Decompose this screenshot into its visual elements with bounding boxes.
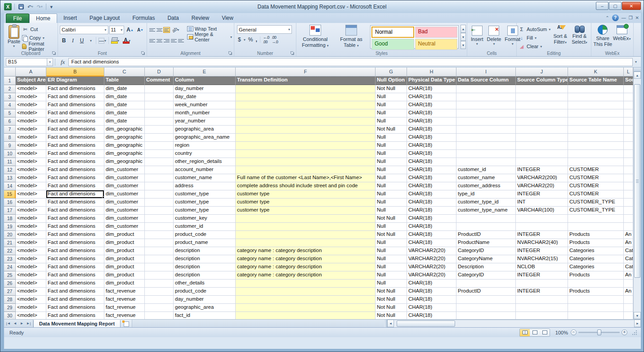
- cell[interactable]: category name : category description: [236, 247, 376, 255]
- row-header-4[interactable]: 4: [4, 101, 16, 109]
- column-header-J[interactable]: J: [516, 68, 568, 77]
- cell[interactable]: Null: [376, 255, 407, 263]
- cell[interactable]: INTEGER: [516, 231, 568, 239]
- formula-bar-expand-icon[interactable]: ▾: [633, 60, 639, 64]
- cell[interactable]: Fact and dimensions: [46, 182, 104, 190]
- cell[interactable]: dim_customer: [104, 215, 145, 223]
- share-this-file-button[interactable]: Share This File: [593, 24, 613, 50]
- cell[interactable]: dim_product: [104, 239, 145, 247]
- cell[interactable]: CHAR(18): [407, 304, 456, 312]
- cell[interactable]: Data Source Column: [456, 77, 516, 85]
- cell[interactable]: Not Null: [376, 288, 407, 296]
- increase-decimal-button[interactable]: ←.0.00: [263, 35, 269, 44]
- cell[interactable]: [145, 247, 174, 255]
- cell[interactable]: CUSTOMER: [568, 166, 624, 174]
- cell[interactable]: [236, 117, 376, 126]
- cell[interactable]: CHAR(18): [407, 199, 456, 207]
- underline-button[interactable]: U: [78, 36, 86, 45]
- tab-file[interactable]: File: [6, 14, 29, 23]
- cell[interactable]: An: [624, 288, 633, 296]
- cell[interactable]: [456, 304, 516, 312]
- cell[interactable]: CUSTOMER: [568, 182, 624, 190]
- cell[interactable]: [145, 182, 174, 190]
- cell[interactable]: [516, 85, 568, 93]
- cell[interactable]: Fact and dimensions: [46, 150, 104, 158]
- row-header-11[interactable]: 11: [4, 158, 16, 166]
- cell[interactable]: customer type: [236, 207, 376, 215]
- format-as-table-button[interactable]: Format as Table ▾: [334, 24, 368, 50]
- cell[interactable]: Fact and dimensions: [46, 199, 104, 207]
- cell[interactable]: ProductID: [456, 288, 516, 296]
- dialog-launcher-icon[interactable]: [291, 51, 295, 55]
- scrollbar-track[interactable]: [634, 79, 641, 312]
- cell[interactable]: [624, 312, 633, 319]
- cell[interactable]: [624, 199, 633, 207]
- cell[interactable]: description: [174, 263, 236, 271]
- cell[interactable]: CHAR(18): [407, 93, 456, 101]
- cell[interactable]: <model>: [16, 239, 46, 247]
- cell[interactable]: CHAR(18): [407, 223, 456, 231]
- minimize-button[interactable]: –: [596, 2, 608, 10]
- cell[interactable]: Fact and dimensions: [46, 312, 104, 319]
- cell[interactable]: VARCHAR(100): [516, 207, 568, 215]
- cell[interactable]: Fact and dimensions: [46, 223, 104, 231]
- cell[interactable]: Full name of the customer <Last Name>,<F…: [236, 174, 376, 182]
- cell[interactable]: CHAR(18): [407, 142, 456, 150]
- cell[interactable]: Null: [376, 247, 407, 255]
- cell[interactable]: Null: [376, 182, 407, 190]
- cell[interactable]: Fact and dimensions: [46, 85, 104, 93]
- cell[interactable]: CHAR(18): [407, 109, 456, 117]
- cell[interactable]: Null Option: [376, 77, 407, 85]
- cell[interactable]: customer_id: [174, 223, 236, 231]
- cell[interactable]: [456, 215, 516, 223]
- close-button[interactable]: ✕: [622, 2, 641, 10]
- row-header-17[interactable]: 17: [4, 207, 16, 215]
- align-middle-button[interactable]: [156, 27, 163, 33]
- align-bottom-button[interactable]: [163, 27, 170, 33]
- cell[interactable]: Fact and dimensions: [46, 215, 104, 223]
- row-header-23[interactable]: 23: [4, 255, 16, 263]
- workbook-close-icon[interactable]: ✕: [635, 15, 639, 20]
- cell[interactable]: CUSTOMER: [568, 190, 624, 199]
- cell[interactable]: Not Null: [376, 126, 407, 134]
- cell[interactable]: [145, 223, 174, 231]
- cell[interactable]: [624, 215, 633, 223]
- cell[interactable]: [145, 271, 174, 280]
- cell[interactable]: [145, 101, 174, 109]
- row-header-21[interactable]: 21: [4, 239, 16, 247]
- row-header-15[interactable]: 15: [4, 190, 16, 199]
- cell[interactable]: [236, 288, 376, 296]
- cell[interactable]: CHAR(18): [407, 239, 456, 247]
- cell[interactable]: ER Diagram: [46, 77, 104, 85]
- cell[interactable]: Description: [456, 263, 516, 271]
- cell[interactable]: [568, 134, 624, 142]
- cell[interactable]: customer_type: [174, 190, 236, 199]
- grow-font-button[interactable]: A▲: [125, 26, 135, 34]
- cell[interactable]: dim_product: [104, 271, 145, 280]
- cell[interactable]: [145, 280, 174, 288]
- borders-button[interactable]: ▾: [97, 36, 107, 45]
- column-header-L[interactable]: L: [624, 68, 633, 77]
- cell[interactable]: dim_geographic: [104, 142, 145, 150]
- cell[interactable]: dim_customer: [104, 182, 145, 190]
- cell[interactable]: dim_customer: [104, 199, 145, 207]
- cell[interactable]: Physical Data Type: [407, 77, 456, 85]
- cell[interactable]: region: [174, 142, 236, 150]
- cell[interactable]: [624, 142, 633, 150]
- cell[interactable]: Subject Area: [16, 77, 46, 85]
- row-header-28[interactable]: 28: [4, 296, 16, 304]
- cell[interactable]: dim_customer: [104, 190, 145, 199]
- style-bad[interactable]: Bad: [415, 27, 458, 38]
- cell[interactable]: [624, 280, 633, 288]
- cell[interactable]: [516, 312, 568, 319]
- zoom-in-icon[interactable]: +: [622, 329, 627, 335]
- cell[interactable]: Source Column Type: [516, 77, 568, 85]
- cell[interactable]: [624, 150, 633, 158]
- cell[interactable]: Null: [376, 263, 407, 271]
- cell[interactable]: [568, 215, 624, 223]
- cell[interactable]: CHAR(18): [407, 150, 456, 158]
- cell[interactable]: [145, 150, 174, 158]
- cell[interactable]: Null: [376, 101, 407, 109]
- cell[interactable]: [516, 126, 568, 134]
- cell[interactable]: <model>: [16, 190, 46, 199]
